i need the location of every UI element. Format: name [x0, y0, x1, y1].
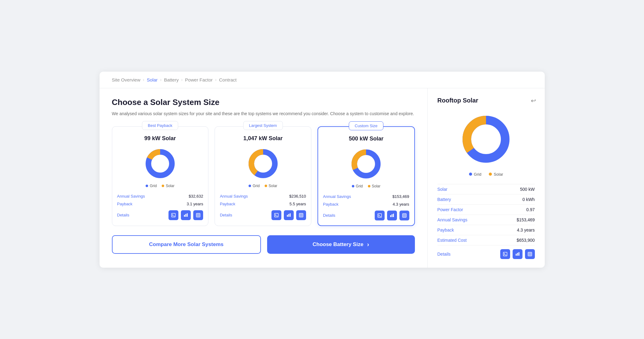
donut-3 [323, 147, 409, 181]
right-stat-solar: Solar 500 kW [437, 184, 535, 194]
svg-rect-43 [528, 252, 532, 256]
donut-1 [117, 147, 203, 181]
breadcrumb: Site Overview › Solar › Battery › Power … [100, 72, 545, 88]
excel-btn-3[interactable] [375, 211, 385, 220]
choose-battery-label: Choose Battery Size [313, 241, 363, 248]
chart-btn-2[interactable] [284, 210, 294, 220]
breadcrumb-battery[interactable]: Battery [164, 77, 179, 82]
breadcrumb-site-overview[interactable]: Site Overview [112, 77, 141, 82]
right-stat-power-factor: Power Factor 0.97 [437, 204, 535, 215]
breadcrumb-power-factor[interactable]: Power Factor [185, 77, 213, 82]
right-solar-label: Solar [494, 172, 503, 177]
breadcrumb-solar[interactable]: Solar [147, 77, 158, 82]
details-row-1: Details [112, 208, 208, 220]
stat-payback-3: Payback 4.3 years [318, 200, 414, 208]
legend-solar-1: Solar [166, 184, 174, 188]
page-title: Choose a Solar System Size [112, 98, 415, 107]
card-custom-size[interactable]: Custom Size 500 kW Solar [318, 126, 415, 226]
right-panel: Rooftop Solar ↩ Grid [427, 88, 545, 268]
bottom-actions: Compare More Solar Systems Choose Batter… [112, 235, 415, 254]
svg-point-2 [152, 156, 168, 172]
svg-rect-5 [186, 214, 186, 217]
breadcrumb-sep-4: › [215, 77, 217, 82]
right-solar-dot [489, 173, 492, 176]
card-badge-1: Best Payback [142, 121, 178, 130]
svg-rect-17 [288, 214, 289, 217]
chart-btn-3[interactable] [387, 211, 397, 220]
svg-point-38 [472, 126, 500, 153]
right-stat-payback: Payback 4.3 years [437, 225, 535, 235]
main-container: Site Overview › Solar › Battery › Power … [100, 72, 545, 268]
svg-rect-41 [517, 253, 518, 256]
svg-rect-30 [393, 214, 394, 217]
right-chart-btn[interactable] [513, 249, 522, 259]
excel-btn-1[interactable] [168, 210, 178, 220]
svg-rect-18 [290, 213, 291, 217]
arrow-icon: › [367, 241, 369, 248]
svg-point-26 [358, 156, 374, 172]
chart-btn-1[interactable] [181, 210, 191, 220]
left-panel: Choose a Solar System Size We analysed v… [100, 88, 427, 268]
svg-rect-29 [391, 214, 392, 217]
stat-payback-1: Payback 3.1 years [112, 200, 208, 208]
legend-grid-2: Grid [253, 184, 260, 188]
right-grid-dot [469, 173, 472, 176]
card-largest-system[interactable]: Largest System 1,047 kW Solar [215, 126, 311, 226]
legend-3: Grid Solar [323, 184, 409, 188]
breadcrumb-contract[interactable]: Contract [219, 77, 237, 82]
right-grid-label: Grid [474, 172, 482, 177]
right-stat-annual-savings: Annual Savings $153,469 [437, 215, 535, 225]
compare-more-button[interactable]: Compare More Solar Systems [112, 235, 261, 254]
excel-btn-2[interactable] [271, 210, 281, 220]
card-best-payback[interactable]: Best Payback 99 kW Solar [112, 126, 209, 226]
svg-rect-28 [390, 215, 391, 217]
svg-rect-31 [403, 214, 406, 217]
right-stat-battery: Battery 0 kWh [437, 194, 535, 204]
details-row-2: Details [215, 208, 311, 220]
stat-savings-2: Annual Savings $236,510 [215, 192, 311, 200]
card-title-2: 1,047 kW Solar [220, 135, 306, 142]
legend-grid-3: Grid [356, 184, 363, 188]
cards-row: Best Payback 99 kW Solar [112, 126, 415, 226]
card-title-3: 500 kW Solar [323, 136, 409, 142]
right-legend: Grid Solar [437, 172, 535, 177]
choose-battery-button[interactable]: Choose Battery Size › [267, 235, 415, 254]
donut-2 [220, 147, 306, 181]
back-button[interactable]: ↩ [531, 97, 536, 104]
legend-1: Grid Solar [117, 184, 203, 188]
right-excel-btn[interactable] [500, 249, 510, 259]
table-btn-3[interactable] [399, 211, 409, 220]
legend-solar-3: Solar [372, 184, 381, 188]
svg-rect-42 [518, 252, 519, 256]
right-panel-title: Rooftop Solar [437, 97, 535, 104]
right-stat-estimated-cost: Estimated Cost $653,900 [437, 235, 535, 245]
svg-rect-19 [299, 213, 303, 217]
svg-point-14 [255, 156, 271, 172]
svg-rect-6 [187, 213, 188, 217]
card-title-1: 99 kW Solar [117, 135, 203, 142]
svg-rect-16 [287, 215, 288, 217]
right-table-btn[interactable] [525, 249, 535, 259]
stat-savings-1: Annual Savings $32,632 [112, 192, 208, 200]
legend-solar-2: Solar [269, 184, 277, 188]
stat-payback-2: Payback 5.5 years [215, 200, 311, 208]
card-badge-3: Custom Size [349, 121, 383, 130]
svg-rect-40 [516, 254, 517, 256]
breadcrumb-sep-3: › [181, 77, 183, 82]
table-btn-2[interactable] [296, 210, 306, 220]
svg-rect-7 [196, 213, 200, 217]
stat-savings-3: Annual Savings $153,469 [318, 193, 414, 200]
breadcrumb-sep-2: › [160, 77, 162, 82]
right-details-row: Details [437, 245, 535, 259]
svg-rect-4 [184, 215, 185, 217]
table-btn-1[interactable] [193, 210, 203, 220]
content-area: Choose a Solar System Size We analysed v… [100, 88, 545, 268]
right-donut [437, 111, 535, 167]
page-subtitle: We analysed various solar system sizes f… [112, 110, 415, 117]
legend-2: Grid Solar [220, 184, 306, 188]
card-badge-2: Largest System [243, 121, 283, 130]
details-row-3: Details [318, 208, 414, 220]
breadcrumb-sep-1: › [143, 77, 144, 82]
legend-grid-1: Grid [150, 184, 157, 188]
